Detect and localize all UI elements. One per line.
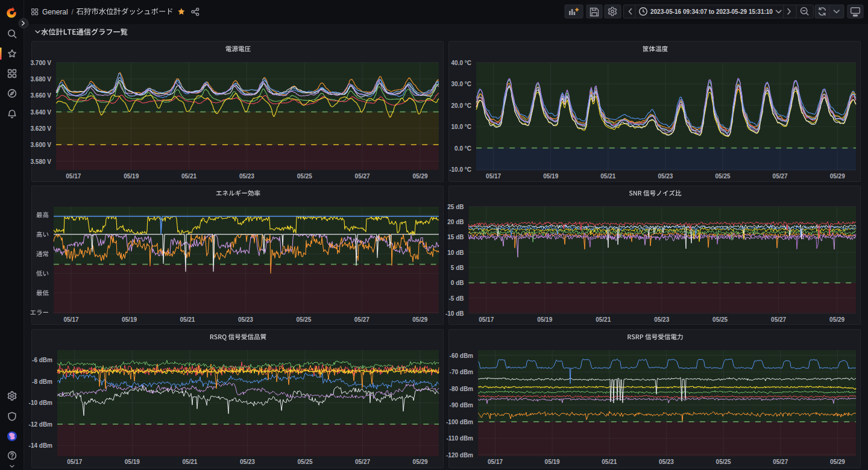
svg-text:40.0 °C: 40.0 °C [451,60,471,66]
svg-text:3.580 V: 3.580 V [31,158,52,165]
svg-text:-120 dBm: -120 dBm [446,452,473,459]
svg-text:05/27: 05/27 [355,173,370,180]
svg-text:-60 dBm: -60 dBm [450,352,474,359]
svg-text:05/19: 05/19 [124,173,139,180]
svg-text:05/21: 05/21 [181,173,197,180]
svg-text:05/19: 05/19 [537,316,552,323]
svg-text:05/19: 05/19 [543,173,558,180]
svg-text:-6 dBm: -6 dBm [32,357,52,363]
svg-text:3.620 V: 3.620 V [31,125,52,132]
svg-text:-110 dBm: -110 dBm [447,435,474,442]
svg-text:05/19: 05/19 [125,459,140,465]
svg-text:05/19: 05/19 [545,459,560,465]
svg-text:3.660 V: 3.660 V [31,92,52,99]
svg-text:15 dB: 15 dB [447,234,464,240]
svg-text:30.0 °C: 30.0 °C [451,81,471,87]
svg-text:05/25: 05/25 [712,316,728,323]
svg-text:05/25: 05/25 [297,459,312,465]
svg-text:05/25: 05/25 [297,173,312,180]
svg-text:3.600 V: 3.600 V [31,142,52,148]
svg-text:25 dB: 25 dB [447,204,464,210]
svg-text:05/27: 05/27 [771,316,786,323]
svg-text:-70 dBm: -70 dBm [450,369,474,375]
svg-text:-80 dBm: -80 dBm [450,386,474,392]
svg-text:05/23: 05/23 [240,459,255,465]
svg-text:05/25: 05/25 [715,173,730,180]
svg-text:05/27: 05/27 [355,459,370,465]
svg-text:05/23: 05/23 [658,173,673,180]
svg-text:05/21: 05/21 [596,316,611,323]
svg-text:-90 dBm: -90 dBm [450,402,474,409]
svg-text:05/29: 05/29 [413,459,428,465]
svg-text:05/21: 05/21 [600,173,615,180]
svg-text:05/17: 05/17 [479,316,494,323]
svg-text:5 dB: 5 dB [451,265,464,271]
svg-text:General: General [42,8,68,16]
svg-text:-10 dBm: -10 dBm [29,400,53,406]
svg-text:-14 dBm: -14 dBm [29,442,53,449]
svg-text:-5 dB: -5 dB [449,295,464,302]
svg-text:05/27: 05/27 [773,173,788,180]
svg-text:05/29: 05/29 [412,316,427,323]
svg-text:3.640 V: 3.640 V [31,109,52,116]
svg-text:05/23: 05/23 [238,316,253,323]
svg-text:2023-05-16 09:34:07 to 2023-05: 2023-05-16 09:34:07 to 2023-05-29 15:31:… [650,8,773,15]
svg-text:05/25: 05/25 [296,316,311,323]
svg-text:05/21: 05/21 [180,316,195,323]
svg-text:-100 dBm: -100 dBm [446,419,473,425]
svg-text:/: / [72,8,74,16]
svg-text:05/17: 05/17 [488,459,503,465]
svg-text:-8 dBm: -8 dBm [32,378,52,385]
svg-text:05/17: 05/17 [67,459,82,465]
svg-text:05/17: 05/17 [66,173,81,180]
svg-text:05/27: 05/27 [354,316,370,323]
svg-text:05/29: 05/29 [830,173,845,180]
svg-text:05/23: 05/23 [659,459,674,465]
svg-text:05/27: 05/27 [773,459,788,465]
svg-text:05/29: 05/29 [829,316,844,323]
svg-text:05/23: 05/23 [654,316,669,323]
svg-text:3.700 V: 3.700 V [31,60,52,66]
svg-text:05/23: 05/23 [239,173,254,180]
svg-text:05/19: 05/19 [122,316,137,323]
svg-text:05/25: 05/25 [716,459,731,465]
svg-text:10 dB: 10 dB [447,249,464,256]
svg-text:05/21: 05/21 [602,459,617,465]
svg-text:3.680 V: 3.680 V [31,76,52,83]
svg-text:20.0 °C: 20.0 °C [451,102,471,109]
svg-text:05/29: 05/29 [830,459,845,465]
svg-text:05/21: 05/21 [182,459,197,465]
svg-text:-12 dBm: -12 dBm [29,421,53,428]
svg-text:0.0 °C: 0.0 °C [454,145,471,152]
svg-text:0 dB: 0 dB [451,280,464,286]
svg-text:-10.0 °C: -10.0 °C [449,166,471,173]
svg-text:20 dB: 20 dB [447,219,464,225]
svg-text:10.0 °C: 10.0 °C [451,124,471,130]
svg-text:05/29: 05/29 [412,173,427,180]
svg-text:05/17: 05/17 [63,316,78,323]
svg-text:-10 dB: -10 dB [445,310,464,317]
svg-text:05/17: 05/17 [486,173,501,180]
